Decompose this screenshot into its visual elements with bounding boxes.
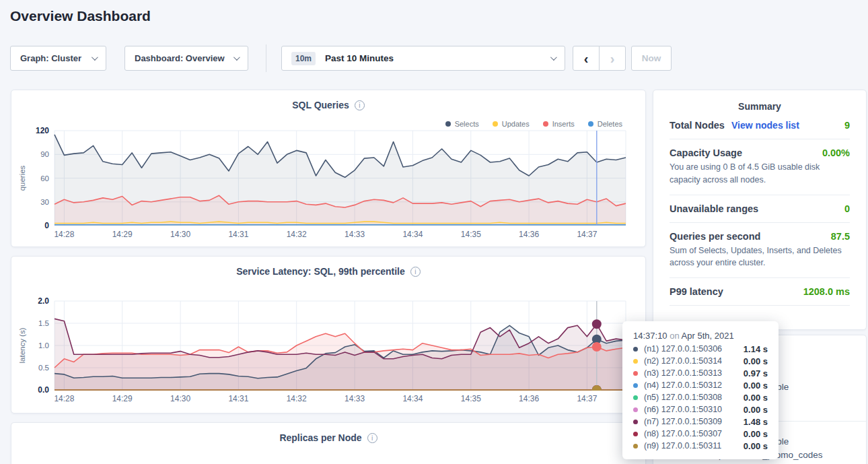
n6-dot-icon xyxy=(633,407,638,412)
svg-text:14:28: 14:28 xyxy=(54,230,74,239)
svg-text:0: 0 xyxy=(44,221,49,230)
svg-text:14:36: 14:36 xyxy=(519,394,539,403)
time-range-picker[interactable]: 10m Past 10 Minutes xyxy=(281,46,565,71)
svg-text:14:36: 14:36 xyxy=(519,230,539,239)
tooltip-timestamp: 14:37:10 on Apr 5th, 2021 xyxy=(633,329,768,343)
n5-dot-icon xyxy=(633,395,638,400)
tooltip-row-n4: (n4) 127.0.0.1:503120.00 s xyxy=(633,379,768,391)
tooltip-row-n9: (n9) 127.0.0.1:503110.00 s xyxy=(633,440,768,452)
svg-text:14:30: 14:30 xyxy=(170,230,190,239)
graph-dropdown-label: Graph: Cluster xyxy=(20,53,81,63)
dashboard-dropdown-label: Dashboard: Overview xyxy=(135,53,225,63)
overview-dashboard-page: Overview Dashboard Graph: Cluster Dashbo… xyxy=(0,0,868,464)
tooltip-row-n2: (n2) 127.0.0.1:503140.00 s xyxy=(633,355,768,367)
svg-text:60: 60 xyxy=(40,174,49,183)
summary-panel: Summary Total Nodes View nodes list 9 Ca… xyxy=(653,90,867,330)
summary-row-queries-per-second: Queries per second 87.5 Sum of Selects, … xyxy=(670,223,850,279)
capacity-usage-desc: You are using 0 B of 4.5 GiB usable disk… xyxy=(670,161,850,187)
svg-text:14:37: 14:37 xyxy=(577,394,597,403)
toolbar-divider xyxy=(266,44,266,72)
summary-row-unavailable-ranges: Unavailable ranges 0 xyxy=(670,195,850,223)
prev-time-button[interactable]: ‹ xyxy=(573,46,600,71)
tooltip-row-n3: (n3) 127.0.0.1:503130.97 s xyxy=(633,367,768,379)
p99-latency-value: 1208.0 ms xyxy=(803,286,850,297)
chart-hover-tooltip: 14:37:10 on Apr 5th, 2021 (n1) 127.0.0.1… xyxy=(622,321,779,459)
queries-per-second-value: 87.5 xyxy=(831,231,850,242)
svg-text:14:34: 14:34 xyxy=(402,394,423,403)
svg-text:90: 90 xyxy=(40,150,49,158)
n1-dot-icon xyxy=(633,347,638,352)
svg-text:2.0: 2.0 xyxy=(38,296,49,306)
n7-dot-icon xyxy=(633,420,638,424)
n3-dot-icon xyxy=(633,371,638,376)
svg-text:14:32: 14:32 xyxy=(287,394,307,403)
svg-text:14:30: 14:30 xyxy=(170,394,190,403)
svg-text:14:29: 14:29 xyxy=(112,230,133,239)
view-nodes-list-link[interactable]: View nodes list xyxy=(731,120,799,131)
time-range-badge: 10m xyxy=(291,52,316,65)
svg-text:30: 30 xyxy=(40,198,49,206)
svg-text:14:31: 14:31 xyxy=(228,230,248,239)
service-latency-card: Service Latency: SQL, 99th percentile i … xyxy=(11,256,646,413)
svg-text:14:32: 14:32 xyxy=(287,230,307,239)
svg-text:14:31: 14:31 xyxy=(228,394,248,403)
sql-queries-chart[interactable]: 030609012014:2814:2914:3014:3114:3214:33… xyxy=(11,90,647,248)
time-range-label: Past 10 Minutes xyxy=(325,53,394,63)
svg-text:14:34: 14:34 xyxy=(402,230,423,239)
chevron-down-icon xyxy=(92,54,98,61)
n8-dot-icon xyxy=(633,432,638,436)
svg-text:queries: queries xyxy=(18,165,26,191)
tooltip-row-n8: (n8) 127.0.0.1:503070.00 s xyxy=(633,428,768,440)
svg-text:14:28: 14:28 xyxy=(54,394,74,403)
service-latency-chart[interactable]: 0.00.51.01.52.014:2814:2914:3014:3114:32… xyxy=(11,257,647,414)
svg-text:14:33: 14:33 xyxy=(345,230,365,239)
svg-text:latency (s): latency (s) xyxy=(18,327,26,363)
svg-text:1.0: 1.0 xyxy=(38,341,49,350)
now-button[interactable]: Now xyxy=(631,46,672,71)
summary-row-p99-latency: P99 latency 1208.0 ms xyxy=(670,278,850,306)
chevron-down-icon xyxy=(233,54,240,61)
summary-panel-title: Summary xyxy=(653,101,866,112)
tooltip-row-n5: (n5) 127.0.0.1:503080.00 s xyxy=(633,391,768,403)
total-nodes-value: 9 xyxy=(844,120,850,131)
svg-text:1.5: 1.5 xyxy=(38,319,49,327)
capacity-usage-value: 0.00% xyxy=(822,147,850,158)
svg-text:14:37: 14:37 xyxy=(577,230,597,239)
svg-text:14:35: 14:35 xyxy=(461,230,481,239)
dashboard-dropdown[interactable]: Dashboard: Overview xyxy=(124,46,248,71)
next-time-button[interactable]: › xyxy=(599,46,626,71)
tooltip-row-n6: (n6) 127.0.0.1:503100.00 s xyxy=(633,403,768,416)
time-pager: ‹ › xyxy=(573,46,626,71)
info-icon[interactable]: i xyxy=(367,433,377,443)
n2-dot-icon xyxy=(633,359,638,364)
tooltip-row-n7: (n7) 127.0.0.1:503091.48 s xyxy=(633,416,768,428)
replicas-per-node-card: Replicas per Node i xyxy=(11,422,646,464)
summary-row-total-nodes: Total Nodes View nodes list 9 xyxy=(670,112,850,139)
unavailable-ranges-value: 0 xyxy=(844,203,850,214)
svg-text:0.5: 0.5 xyxy=(38,364,49,372)
tooltip-row-n1: (n1) 127.0.0.1:503061.14 s xyxy=(633,343,768,355)
page-title: Overview Dashboard xyxy=(10,8,151,24)
svg-text:0.0: 0.0 xyxy=(38,385,49,395)
sql-queries-card: SQL Queries i Selects Updates Inserts De… xyxy=(11,90,646,247)
summary-row-capacity-usage: Capacity Usage 0.00% You are using 0 B o… xyxy=(670,139,850,195)
n9-dot-icon xyxy=(633,444,638,449)
svg-text:120: 120 xyxy=(36,126,49,135)
replicas-per-node-title: Replicas per Node i xyxy=(11,432,645,443)
queries-per-second-desc: Sum of Selects, Updates, Inserts, and De… xyxy=(670,244,850,270)
svg-text:14:33: 14:33 xyxy=(345,394,365,403)
chevron-down-icon xyxy=(550,54,557,61)
graph-dropdown[interactable]: Graph: Cluster xyxy=(10,46,106,71)
svg-text:14:35: 14:35 xyxy=(461,394,481,403)
svg-text:14:29: 14:29 xyxy=(112,394,133,403)
n4-dot-icon xyxy=(633,383,638,388)
